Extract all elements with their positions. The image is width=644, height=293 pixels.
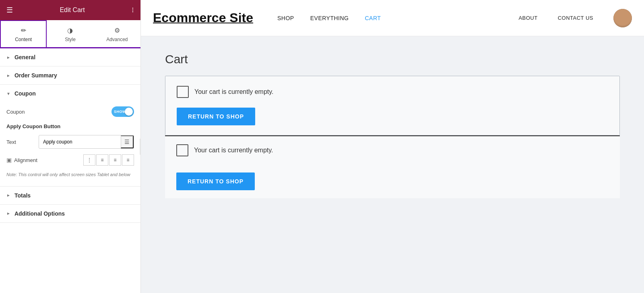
monitor-icon: ▣ bbox=[6, 157, 12, 163]
apply-coupon-input[interactable] bbox=[39, 136, 121, 148]
align-center-button[interactable]: ≡ bbox=[96, 154, 108, 166]
avatar-face bbox=[613, 9, 632, 27]
chevron-down-icon: ▼ bbox=[6, 91, 10, 96]
text-input-container: ☰ bbox=[39, 135, 134, 149]
accordion-order-summary-header[interactable]: ► Order Summary bbox=[0, 66, 140, 84]
nav-contact[interactable]: CONTACT US bbox=[558, 15, 593, 21]
totals-label: Totals bbox=[14, 192, 31, 199]
return-to-shop-button[interactable]: RETURN TO SHOP bbox=[177, 108, 255, 125]
text-align-icon-button[interactable]: ☰ bbox=[121, 135, 134, 148]
tab-content[interactable]: ✏ Content bbox=[0, 20, 47, 47]
accordion-totals: ► Totals bbox=[0, 187, 140, 205]
chevron-right-icon: ► bbox=[6, 55, 10, 60]
cart-empty-icon-1 bbox=[177, 86, 189, 98]
page-title: Cart bbox=[165, 52, 620, 66]
align-left-button[interactable]: ⋮ bbox=[83, 154, 95, 166]
cart-box-2: Your cart is currently empty. RETURN TO … bbox=[165, 135, 620, 198]
nav-right-group: ABOUT CONTACT US bbox=[518, 9, 632, 27]
cart-empty-text-1: Your cart is currently empty. bbox=[194, 88, 274, 96]
coupon-label: Coupon bbox=[14, 90, 36, 97]
accordion-additional-options-header[interactable]: ► Additional Options bbox=[0, 205, 140, 222]
sidebar-title: Edit Cart bbox=[60, 6, 85, 14]
tab-advanced-label: Advanced bbox=[106, 37, 128, 42]
top-nav: Ecommerce Site SHOP EVERYTHING CART ABOU… bbox=[141, 0, 644, 36]
align-justify-button[interactable]: ≡ bbox=[122, 154, 134, 166]
return-to-shop-button-2[interactable]: RETURN TO SHOP bbox=[176, 172, 255, 190]
sidebar-header: ☰ Edit Cart ⁝ bbox=[0, 0, 140, 20]
nav-everything[interactable]: EVERYTHING bbox=[310, 15, 349, 21]
cart-empty-row-1: Your cart is currently empty. bbox=[177, 86, 608, 98]
chevron-right-icon-2: ► bbox=[6, 73, 10, 78]
text-field-label: Text bbox=[6, 139, 35, 145]
style-icon: ◑ bbox=[67, 27, 73, 34]
general-label: General bbox=[14, 54, 35, 60]
tab-style[interactable]: ◑ Style bbox=[47, 20, 93, 47]
toggle-knob bbox=[125, 108, 133, 116]
tabs-bar: ✏ Content ◑ Style ⚙ Advanced bbox=[0, 20, 140, 48]
coupon-toggle-row: Coupon SHOW bbox=[6, 106, 134, 117]
cart-box-1-inner: Your cart is currently empty. RETURN TO … bbox=[165, 76, 619, 135]
content-icon: ✏ bbox=[21, 27, 26, 34]
tab-advanced[interactable]: ⚙ Advanced bbox=[94, 20, 140, 47]
cart-empty-row-2: Your cart is currently empty. bbox=[176, 144, 609, 156]
text-field-row: Text ☰ bbox=[6, 135, 134, 149]
page-content: Cart Your cart is currently empty. RETUR… bbox=[141, 36, 644, 238]
accordion-coupon-header[interactable]: ▼ Coupon bbox=[0, 85, 140, 102]
accordion-general-header[interactable]: ► General bbox=[0, 48, 140, 66]
chevron-right-icon-4: ► bbox=[6, 211, 10, 216]
toggle-show-label: SHOW bbox=[114, 110, 126, 114]
coupon-field-label: Coupon bbox=[6, 109, 25, 115]
tab-content-label: Content bbox=[15, 37, 32, 42]
grid-icon[interactable]: ⁝ bbox=[132, 6, 134, 15]
cart-box-2-inner: Your cart is currently empty. RETURN TO … bbox=[165, 136, 620, 198]
avatar[interactable] bbox=[613, 9, 632, 27]
alignment-label: Alignment bbox=[14, 157, 37, 163]
nav-cart[interactable]: CART bbox=[365, 15, 381, 21]
sidebar: ☰ Edit Cart ⁝ ✏ Content ◑ Style ⚙ Advanc… bbox=[0, 0, 141, 293]
coupon-content: Coupon SHOW Apply Coupon Button Text ☰ bbox=[0, 102, 140, 186]
cart-empty-text-2: Your cart is currently empty. bbox=[194, 147, 273, 154]
nav-left-group: Ecommerce Site SHOP EVERYTHING CART bbox=[153, 10, 381, 25]
align-right-button[interactable]: ≡ bbox=[109, 154, 121, 166]
chevron-right-icon-3: ► bbox=[6, 193, 10, 197]
alignment-row: ▣ Alignment ⋮ ≡ ≡ ≡ bbox=[6, 154, 134, 166]
accordion-coupon: ▼ Coupon Coupon SHOW Apply Coupon Button… bbox=[0, 85, 140, 187]
tab-style-label: Style bbox=[65, 37, 76, 42]
accordion-order-summary: ► Order Summary bbox=[0, 66, 140, 85]
apply-coupon-subtitle: Apply Coupon Button bbox=[6, 123, 134, 129]
accordion-general: ► General bbox=[0, 48, 140, 66]
order-summary-label: Order Summary bbox=[14, 72, 57, 79]
advanced-icon: ⚙ bbox=[114, 27, 120, 34]
cart-box-1: Your cart is currently empty. RETURN TO … bbox=[165, 76, 620, 135]
nav-links: SHOP EVERYTHING CART bbox=[277, 15, 381, 21]
main-area: Ecommerce Site SHOP EVERYTHING CART ABOU… bbox=[141, 0, 644, 293]
accordion-totals-header[interactable]: ► Totals bbox=[0, 187, 140, 204]
coupon-toggle[interactable]: SHOW bbox=[111, 106, 134, 117]
hamburger-icon[interactable]: ☰ bbox=[6, 6, 13, 15]
site-title[interactable]: Ecommerce Site bbox=[153, 10, 253, 25]
additional-options-label: Additional Options bbox=[14, 210, 65, 217]
alignment-label-group: ▣ Alignment bbox=[6, 157, 37, 163]
cart-empty-icon-2 bbox=[176, 144, 188, 156]
alignment-note: Note: This control will only affect scre… bbox=[6, 171, 134, 178]
accordion-additional-options: ► Additional Options bbox=[0, 205, 140, 223]
nav-about[interactable]: ABOUT bbox=[518, 15, 537, 21]
nav-shop[interactable]: SHOP bbox=[277, 15, 294, 21]
alignment-buttons: ⋮ ≡ ≡ ≡ bbox=[83, 154, 134, 166]
